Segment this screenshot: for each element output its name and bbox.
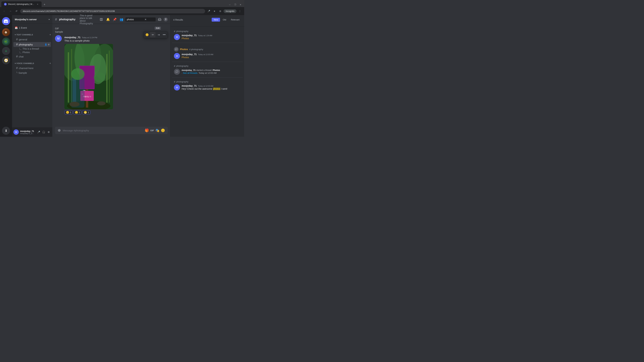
gif-button[interactable]: GIF [150, 129, 154, 132]
reaction-1[interactable]: 😊 1 [64, 110, 72, 114]
result-channel-name-4: photography [176, 80, 188, 83]
result-user-row-4: M moojoday_71 Today at 12:03 AM Hey! Che… [174, 84, 241, 90]
search-input[interactable] [127, 18, 144, 21]
extensions-icon[interactable]: ⊞ [218, 9, 222, 13]
chrome-menu-icon[interactable]: ⋮ [238, 9, 242, 13]
server-icon-2[interactable]: 🌿 [2, 37, 10, 45]
add-content-button[interactable]: ⊕ [58, 128, 61, 133]
result-hash-1: # [174, 30, 175, 33]
photography-gear-icon[interactable]: ⚙ [48, 43, 50, 46]
svg-rect-14 [109, 51, 110, 103]
gift-icon[interactable]: 🎁 [145, 128, 149, 132]
photo-attachment[interactable]: 行者滝 不動滝まで ← [64, 44, 115, 109]
photography-hash-icon: # [16, 43, 18, 46]
channel-item-photography[interactable]: # photography 👤 ⚙ [14, 42, 51, 47]
reaction-emoji-2: 😏 [75, 111, 78, 114]
minimize-window-button[interactable]: ─ [228, 2, 232, 7]
reaction-2[interactable]: 😏 1 [73, 110, 82, 114]
close-window-button[interactable]: ✕ [238, 2, 243, 7]
add-voice-channel-button[interactable]: + [50, 62, 51, 65]
download-apps-button[interactable]: ⬇ [2, 127, 10, 135]
close-tab-button[interactable]: ✕ [36, 3, 39, 5]
server-icon-1[interactable]: 🏠 [2, 28, 10, 36]
inbox-icon[interactable] [157, 17, 162, 22]
user-settings-button[interactable]: ⚙ [46, 130, 51, 134]
thread-item-photos[interactable]: Photos [15, 51, 51, 54]
microphone-icon[interactable]: 🎤 [206, 9, 211, 13]
channel-item-channel-here[interactable]: # channel-here [14, 66, 51, 70]
clear-search-button[interactable]: ✕ [144, 18, 146, 21]
add-server-button[interactable]: ＋ [2, 47, 10, 55]
svg-point-28 [94, 72, 106, 82]
search-result-4[interactable]: # photography M moojoday_71 Today at 12:… [172, 78, 243, 92]
channel-item-general[interactable]: # general [14, 37, 51, 42]
result-time-4: Today at 12:03 AM [198, 85, 213, 87]
results-count: 4 Results [173, 18, 183, 21]
reaction-count-2: 1 [79, 111, 80, 114]
event-count-label: 1 Event [19, 26, 27, 29]
photos-highlight: photos [213, 87, 220, 90]
result-channel-1: # photography [174, 30, 241, 33]
channel-header-hash-icon: # [55, 17, 57, 22]
address-bar[interactable]: discord.com/channels/1182346851781984336… [20, 9, 205, 13]
members-icon[interactable]: 👥 [119, 17, 124, 22]
text-channels-category[interactable]: ▾ TEXT CHANNELS + [12, 30, 52, 37]
forward-message-button[interactable]: ⇥ [156, 32, 161, 37]
bookmark-star-icon[interactable]: ★ [212, 9, 217, 13]
emoji-icon[interactable]: 😊 [161, 128, 165, 132]
channel-item-chat[interactable]: # chat [14, 54, 51, 59]
thread-item-1[interactable]: This is a thread! [15, 47, 51, 50]
pin-icon[interactable]: 📌 [112, 17, 118, 22]
profile-button[interactable]: Incognito [224, 9, 236, 13]
help-icon[interactable]: ? [164, 17, 168, 21]
deafen-button[interactable]: 🎧 [41, 130, 46, 134]
sort-old-button[interactable]: Old [221, 18, 228, 22]
result-channel-name-1: photography [176, 30, 188, 32]
photography-settings-icon[interactable]: 👤 [44, 43, 47, 46]
search-results-list: # photography M moojoday_71 Today at 1:2… [170, 26, 244, 137]
divider-1 [172, 43, 243, 43]
tab-title: Discord | #photography | Moo... [8, 3, 35, 5]
edit-message-button[interactable]: ✏ [150, 32, 156, 37]
message-input[interactable] [63, 127, 143, 134]
voice-channels-category[interactable]: ▾ VOICE CHANNELS + [12, 59, 52, 65]
sort-relevant-button[interactable]: Relevant [229, 18, 242, 22]
user-avatar: M [14, 129, 19, 135]
discord-home-button[interactable] [2, 17, 10, 25]
server-divider [3, 26, 9, 27]
new-tab-button[interactable]: + [42, 2, 47, 7]
add-reaction-button[interactable]: 😊 [144, 32, 150, 37]
bell-icon[interactable]: 🔔 [105, 17, 111, 22]
threads-icon[interactable] [98, 17, 104, 22]
add-text-channel-button[interactable]: + [50, 33, 51, 36]
search-result-2[interactable]: Photos # photography M moojoday_71 Today… [172, 43, 243, 61]
result-avatar-2: M [174, 53, 180, 59]
reaction-3[interactable]: 😁 1 [82, 110, 90, 114]
events-item[interactable]: 📅 1 Event [12, 25, 52, 30]
message-author: moojoday_71 [64, 36, 80, 39]
svg-text:d: d [5, 3, 6, 5]
see-all-threads-link[interactable]: See all threads. [183, 72, 198, 74]
search-result-1[interactable]: # photography M moojoday_71 Today at 1:2… [172, 28, 243, 42]
user-info: moojoday_71 moojoday71_0... [20, 130, 35, 134]
server-header[interactable]: Moojoday's server ▾ [12, 15, 52, 24]
reactions-row: 😊 1 😏 1 😁 1 [64, 110, 168, 114]
sort-new-button[interactable]: New [212, 18, 220, 22]
incognito-label: Incognito [226, 10, 234, 12]
restore-window-button[interactable]: ❐ [233, 2, 238, 7]
active-tab[interactable]: d Discord | #photography | Moo... ✕ [1, 1, 42, 7]
header-search[interactable]: ✕ [126, 17, 156, 21]
general-hash-icon: # [16, 38, 18, 41]
back-button[interactable]: ← [2, 9, 7, 13]
channel-list: 📅 1 Event ▾ TEXT CHANNELS + # general # … [12, 24, 52, 127]
forward-button[interactable]: → [8, 9, 13, 13]
sticker-icon[interactable]: 🎭 [155, 128, 160, 132]
search-result-3[interactable]: # photography moojoday_71 started a thre… [172, 62, 243, 77]
mute-button[interactable]: 🎤 [36, 130, 41, 134]
input-actions: 🎁 GIF 🎭 😊 [145, 128, 165, 132]
channel-item-sample[interactable]: ╰ Sample [14, 71, 51, 75]
discover-servers-button[interactable]: 🧭 [2, 56, 10, 64]
refresh-button[interactable]: ↺ [14, 9, 19, 13]
photo-image: 行者滝 不動滝まで ← [64, 44, 113, 109]
more-actions-button[interactable]: ••• [162, 32, 167, 37]
